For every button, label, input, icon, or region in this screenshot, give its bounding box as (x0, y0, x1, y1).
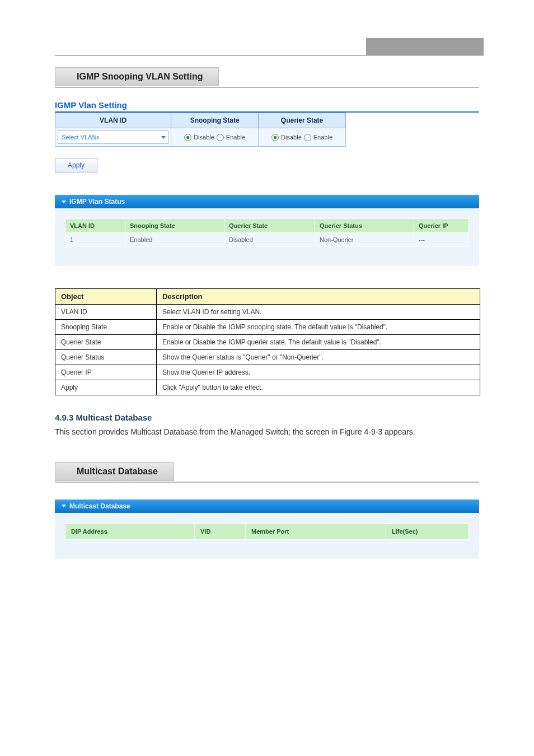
status-cell-snooping: Enabled (125, 233, 224, 247)
obj-desc: Enable or Disable the IGMP querier state… (157, 335, 480, 350)
multicast-database-panel: Multicast Database DIP Address VID Membe… (55, 500, 479, 559)
vlan-setting-table: VLAN ID Snooping State Querier State Sel… (55, 113, 346, 147)
snooping-disable-label: Disable (194, 134, 214, 141)
status-cell-vlanid: 1 (65, 233, 125, 247)
select-vlans-dropdown[interactable]: Select VLANs (58, 130, 168, 144)
snooping-enable-radio[interactable] (217, 134, 224, 141)
select-vlans-label: Select VLANs (62, 134, 100, 141)
obj-head-right: Description (157, 289, 480, 305)
mdb-section-title-wrap: Multicast Database (55, 462, 479, 483)
obj-desc: Click "Apply" button to take effect. (157, 380, 480, 395)
status-cell-querier-state: Disabled (224, 233, 315, 247)
multicast-database-header[interactable]: Multicast Database (55, 500, 479, 513)
obj-desc: Enable or Disable the IGMP snooping stat… (157, 320, 480, 335)
page-title: IGMP Snooping VLAN Setting (55, 67, 219, 86)
mdb-intro: 4.9.3 Multicast Database This section pr… (55, 411, 479, 438)
section-title-wrap: IGMP Snooping VLAN Setting (55, 67, 479, 88)
status-col-querier-state: Querier State (224, 219, 315, 233)
apply-button[interactable]: Apply (55, 158, 97, 172)
mdb-intro-body: This section provides Multicast Database… (55, 426, 479, 438)
multicast-database-title: Multicast Database (69, 502, 130, 510)
obj-desc: Show the Querier status is "Querier" or … (157, 350, 480, 365)
querier-disable-label: Disable (281, 134, 302, 141)
multicast-database-table: DIP Address VID Member Port Life(Sec) (65, 523, 469, 540)
mdb-col-life: Life(Sec) (386, 523, 469, 539)
status-col-vlanid: VLAN ID (65, 219, 125, 233)
object-description-table: Object Description VLAN IDSelect VLAN ID… (55, 288, 480, 395)
querier-state-radio-group: Disable Enable (261, 134, 343, 141)
chevron-down-icon (62, 505, 66, 507)
vlan-col-header-id: VLAN ID (55, 113, 171, 128)
querier-enable-label: Enable (313, 134, 332, 141)
igmp-vlan-status-panel: IGMP Vlan Status VLAN ID Snooping State … (55, 195, 479, 266)
igmp-vlan-status-header[interactable]: IGMP Vlan Status (55, 195, 479, 208)
querier-enable-radio[interactable] (304, 134, 311, 141)
table-row: 1 Enabled Disabled Non-Querier --- (65, 233, 469, 247)
obj-desc: Show the Querier IP address. (157, 365, 480, 380)
obj-label: Querier IP (55, 365, 157, 380)
snooping-disable-radio[interactable] (184, 134, 191, 141)
mdb-col-vid: VID (195, 523, 246, 539)
igmp-vlan-status-title: IGMP Vlan Status (69, 198, 125, 206)
querier-disable-radio[interactable] (271, 134, 279, 141)
snooping-state-radio-group: Disable Enable (174, 134, 256, 141)
obj-desc: Select VLAN ID for setting VLAN. (157, 305, 480, 320)
mdb-col-member: Member Port (246, 523, 386, 539)
status-cell-querier-ip: --- (414, 233, 469, 247)
mdb-section-title: Multicast Database (55, 462, 174, 481)
status-col-snooping: Snooping State (125, 219, 224, 233)
header-grey-block (366, 38, 484, 55)
status-col-querier-status: Querier Status (315, 219, 414, 233)
obj-label: Apply (55, 380, 157, 395)
obj-label: VLAN ID (55, 305, 157, 320)
obj-label: Querier State (55, 335, 157, 350)
status-cell-querier-status: Non-Querier (315, 233, 414, 247)
obj-label: Snooping State (55, 320, 157, 335)
chevron-down-icon (62, 200, 66, 203)
obj-label: Querier Status (55, 350, 157, 365)
status-col-querier-ip: Querier IP (414, 219, 469, 233)
vlan-col-header-querier: Querier State (259, 113, 346, 128)
mdb-col-dip: DIP Address (65, 523, 195, 539)
obj-head-left: Object (55, 289, 157, 305)
igmp-vlan-setting-heading: IGMP Vlan Setting (55, 100, 479, 113)
mdb-intro-heading: 4.9.3 Multicast Database (55, 411, 479, 424)
snooping-enable-label: Enable (226, 134, 245, 141)
chevron-down-icon (161, 136, 166, 139)
vlan-col-header-snooping: Snooping State (171, 113, 259, 128)
igmp-vlan-status-table: VLAN ID Snooping State Querier State Que… (65, 218, 469, 247)
